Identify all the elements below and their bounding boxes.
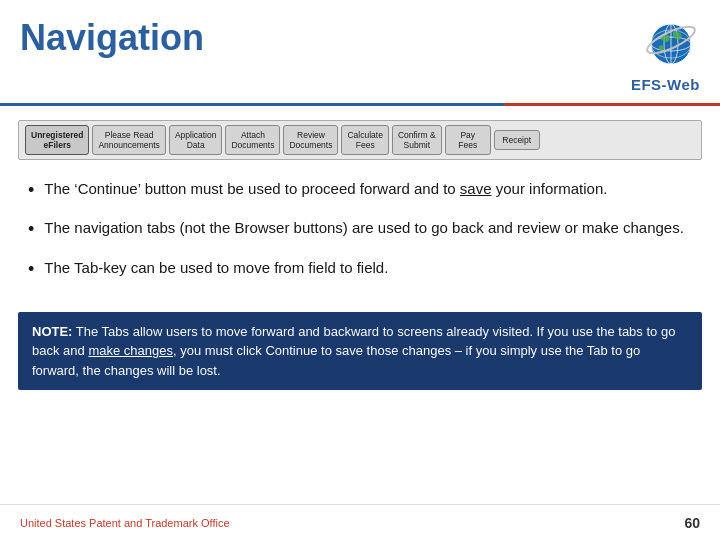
bullet-3: • The Tab-key can be used to move from f…	[28, 257, 692, 282]
note-box: NOTE: The Tabs allow users to move forwa…	[18, 312, 702, 391]
footer: United States Patent and Trademark Offic…	[0, 504, 720, 540]
bullet-text-3: The Tab-key can be used to move from fie…	[44, 257, 388, 279]
note-text-1: The Tabs allow users to move forward and…	[32, 324, 675, 378]
header: Navigation EFS-Web	[0, 0, 720, 103]
content-area: • The ‘Continue’ button must be used to …	[0, 168, 720, 305]
header-divider	[0, 103, 720, 106]
nav-tab-review-documents[interactable]: ReviewDocuments	[283, 125, 338, 155]
logo-plain: EFS-	[631, 76, 667, 93]
bullet-dot-3: •	[28, 256, 34, 282]
nav-tab-receipt[interactable]: Receipt	[494, 130, 540, 150]
globe-icon	[633, 22, 697, 74]
nav-tab-application-data[interactable]: ApplicationData	[169, 125, 223, 155]
note-label: NOTE:	[32, 324, 72, 339]
nav-tab-pay-fees[interactable]: PayFees	[445, 125, 491, 155]
bullet-text-1: The ‘Continue’ button must be used to pr…	[44, 178, 607, 200]
make-changes-underline: make changes	[88, 343, 173, 358]
page-title: Navigation	[20, 18, 204, 58]
logo-text: EFS-Web	[631, 76, 700, 93]
logo-accent: Web	[667, 76, 700, 93]
nav-tab-calculate-fees[interactable]: CalculateFees	[341, 125, 388, 155]
save-underline: save	[460, 180, 492, 197]
bullet-dot-2: •	[28, 216, 34, 242]
nav-tab-please-read[interactable]: Please ReadAnnouncements	[92, 125, 165, 155]
bullet-text-2: The navigation tabs (not the Browser but…	[44, 217, 684, 239]
nav-tab-attach-documents[interactable]: AttachDocuments	[225, 125, 280, 155]
nav-tab-unregistered-efilers[interactable]: UnregisteredeFilers	[25, 125, 89, 155]
bullet-1: • The ‘Continue’ button must be used to …	[28, 178, 692, 203]
nav-tabs-bar: UnregisteredeFilers Please ReadAnnouncem…	[18, 120, 702, 160]
logo-area: EFS-Web	[631, 22, 700, 93]
footer-page-number: 60	[684, 515, 700, 531]
bullet-dot-1: •	[28, 177, 34, 203]
footer-office-name: United States Patent and Trademark Offic…	[20, 517, 230, 529]
bullet-2: • The navigation tabs (not the Browser b…	[28, 217, 692, 242]
nav-tab-confirm-submit[interactable]: Confirm &Submit	[392, 125, 442, 155]
